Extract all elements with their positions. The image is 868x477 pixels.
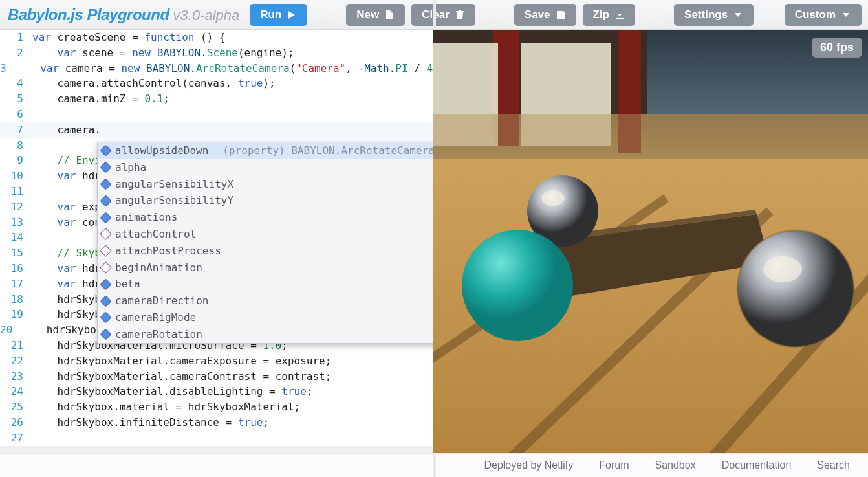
- download-icon: [614, 10, 625, 20]
- autocomplete-item[interactable]: animations: [98, 209, 433, 226]
- line-number: 9: [0, 153, 32, 168]
- autocomplete-popup[interactable]: allowUpsideDown(property) BABYLON.ArcRot…: [97, 142, 433, 344]
- code-text[interactable]: hdrSkyb: [32, 307, 101, 322]
- line-number: 14: [0, 230, 32, 245]
- property-icon: [100, 145, 111, 157]
- autocomplete-item[interactable]: attachPostProcess: [98, 243, 433, 260]
- chevron-down-icon: [841, 10, 851, 20]
- footer-link-documentation[interactable]: Documentation: [722, 460, 792, 471]
- property-icon: [100, 178, 111, 190]
- autocomplete-item[interactable]: alpha: [98, 159, 433, 176]
- footer-link-forum[interactable]: Forum: [599, 460, 629, 471]
- code-text[interactable]: camera.attachControl(canvas, true);: [32, 76, 276, 91]
- render-canvas-pane[interactable]: 60 fps: [433, 30, 868, 453]
- autocomplete-item[interactable]: cameraRigMode: [98, 309, 433, 326]
- line-number: 25: [0, 399, 32, 415]
- line-number: 18: [0, 292, 32, 307]
- code-line[interactable]: 7 camera.: [0, 122, 433, 138]
- code-text[interactable]: var createScene = function () {: [32, 30, 226, 45]
- code-line[interactable]: 24 hdrSkyboxMaterial.disableLighting = t…: [0, 384, 433, 399]
- autocomplete-item[interactable]: attachControl: [98, 226, 433, 243]
- autocomplete-item[interactable]: allowUpsideDown(property) BABYLON.ArcRot…: [98, 142, 433, 159]
- code-text[interactable]: var con: [32, 215, 101, 230]
- code-line[interactable]: 1var createScene = function () {: [0, 30, 433, 45]
- autocomplete-label: animations: [115, 210, 177, 225]
- autocomplete-item[interactable]: angularSensibilityX: [98, 176, 433, 193]
- line-number: 27: [0, 430, 32, 446]
- code-line[interactable]: 25 hdrSkybox.material = hdrSkyboxMateria…: [0, 399, 433, 415]
- svg-point-15: [763, 256, 802, 282]
- autocomplete-hint: (property) BABYLON.ArcRotateCamera.…: [222, 144, 433, 158]
- line-number: 19: [0, 307, 32, 322]
- logo: Babylon.js Playground v3.0-alpha: [6, 6, 243, 24]
- line-number: 12: [0, 199, 32, 215]
- autocomplete-label: angularSensibilityX: [115, 177, 233, 192]
- code-line[interactable]: 3 var camera = new BABYLON.ArcRotateCame…: [0, 61, 433, 76]
- code-text[interactable]: var hdr: [32, 168, 101, 184]
- code-text[interactable]: var exp: [32, 199, 101, 215]
- code-text[interactable]: camera.minZ = 0.1;: [32, 91, 169, 107]
- code-line[interactable]: 27: [0, 430, 433, 446]
- code-text[interactable]: hdrSkyb: [32, 292, 101, 307]
- save-icon: [556, 10, 566, 20]
- code-text[interactable]: camera.: [32, 122, 101, 138]
- line-number: 21: [0, 338, 32, 353]
- code-text[interactable]: // Envi: [32, 153, 101, 168]
- autocomplete-item[interactable]: beta: [98, 276, 433, 293]
- code-text[interactable]: var scene = new BABYLON.Scene(engine);: [32, 45, 294, 61]
- code-line[interactable]: 22 hdrSkyboxMaterial.cameraExposure = ex…: [0, 353, 433, 369]
- code-text[interactable]: var hdr: [32, 276, 101, 292]
- run-button[interactable]: Run: [250, 4, 307, 26]
- code-line: [0, 446, 433, 453]
- line-number: 10: [0, 168, 32, 184]
- property-icon: [100, 295, 111, 307]
- code-line[interactable]: 2 var scene = new BABYLON.Scene(engine);: [0, 45, 433, 61]
- autocomplete-item[interactable]: beginAnimation: [98, 260, 433, 276]
- custom-button[interactable]: Custom: [785, 4, 862, 26]
- file-icon: [384, 10, 395, 20]
- zip-button[interactable]: Zip: [583, 4, 636, 26]
- footer-link-search[interactable]: Search: [817, 460, 850, 471]
- autocomplete-item[interactable]: angularSensibilityY: [98, 192, 433, 209]
- save-button[interactable]: Save: [514, 4, 576, 26]
- code-line[interactable]: 4 camera.attachControl(canvas, true);: [0, 76, 433, 91]
- autocomplete-label: cameraRigMode: [115, 311, 196, 325]
- autocomplete-item[interactable]: cameraDirection: [98, 293, 433, 309]
- autocomplete-label: beta: [115, 277, 140, 291]
- code-text[interactable]: var hdr: [32, 261, 101, 276]
- code-line[interactable]: 6: [0, 107, 433, 122]
- code-line[interactable]: 26 hdrSkybox.infiniteDistance = true;: [0, 415, 433, 430]
- code-line[interactable]: 5 camera.minZ = 0.1;: [0, 91, 433, 107]
- property-icon: [100, 312, 111, 324]
- logo-title: Babylon.js Playground: [8, 6, 169, 24]
- code-text[interactable]: hdrSkyboxMaterial.cameraContrast = contr…: [32, 369, 331, 384]
- code-text[interactable]: hdrSkybox.infiniteDistance = true;: [32, 415, 269, 430]
- render-canvas[interactable]: [433, 30, 868, 453]
- code-text[interactable]: hdrSkyboxMaterial.cameraExposure = expos…: [32, 353, 331, 369]
- line-number: 24: [0, 384, 32, 399]
- line-number: 11: [0, 184, 32, 199]
- autocomplete-label: cameraDirection: [115, 294, 209, 308]
- new-button[interactable]: New: [346, 4, 405, 26]
- property-icon: [100, 328, 111, 340]
- main-split: 1var createScene = function () {2 var sc…: [0, 30, 868, 453]
- footer-link-sandbox[interactable]: Sandbox: [655, 460, 696, 471]
- code-line[interactable]: 23 hdrSkyboxMaterial.cameraContrast = co…: [0, 369, 433, 384]
- line-number: 23: [0, 369, 32, 384]
- code-text[interactable]: // Skyb: [32, 245, 101, 261]
- settings-button[interactable]: Settings: [674, 4, 754, 26]
- line-number: 1: [0, 30, 32, 45]
- line-number: 20: [0, 322, 21, 338]
- line-number: 13: [0, 215, 32, 230]
- code-text[interactable]: var camera = new BABYLON.ArcRotateCamera…: [16, 61, 433, 76]
- code-text[interactable]: hdrSkyboxMaterial.disableLighting = true…: [32, 384, 312, 399]
- code-text[interactable]: hdrSkybox.material = hdrSkyboxMaterial;: [32, 399, 300, 415]
- autocomplete-item[interactable]: cameraRotation: [98, 326, 433, 343]
- run-label: Run: [260, 8, 281, 21]
- line-number: 2: [0, 45, 32, 61]
- clear-button[interactable]: Clear: [411, 4, 475, 26]
- method-icon: [100, 245, 111, 256]
- code-editor[interactable]: 1var createScene = function () {2 var sc…: [0, 30, 433, 453]
- line-number: 26: [0, 415, 32, 430]
- trash-icon: [455, 10, 465, 20]
